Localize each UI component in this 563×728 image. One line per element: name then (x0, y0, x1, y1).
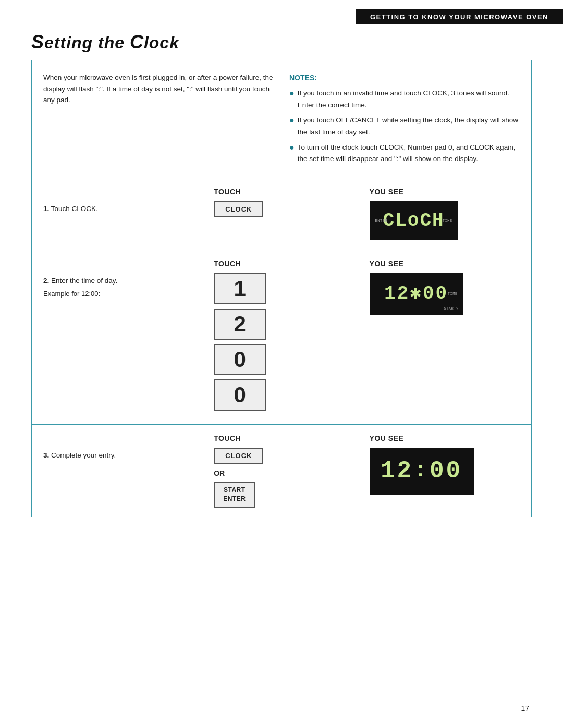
step-3-display: 12:00 (370, 448, 474, 495)
header-banner: Getting to Know Your Microwave Oven (356, 9, 563, 24)
step-2-left: 2. Enter the time of day. Example for 12… (43, 260, 209, 299)
title-clock-initial: C (130, 31, 144, 53)
number-button-2[interactable]: 2 (214, 309, 266, 340)
bullet-icon-2: ● (289, 115, 295, 126)
step-3-touch-header: TOUCH (214, 434, 241, 442)
step-3-middle: TOUCH CLOCK OR START ENTER (214, 434, 364, 508)
page-number: 17 (521, 704, 529, 712)
notes-label: NOTES: (289, 72, 520, 84)
note-item-3: ● To turn off the clock touch CLOCK, Num… (289, 142, 520, 166)
step-2-row: 2. Enter the time of day. Example for 12… (32, 250, 531, 425)
bullet-icon-1: ● (289, 88, 295, 99)
intro-text: When your microwave oven is first plugge… (43, 72, 274, 106)
display-final-time: 12:00 (381, 459, 462, 483)
step-3-yousee-header: YOU SEE (370, 434, 404, 442)
title-clock-rest: lock (144, 33, 179, 52)
step-2-desc: Enter the time of day. (51, 277, 117, 285)
step-2-yousee-header: YOU SEE (370, 260, 404, 268)
display-start-label: START? (444, 306, 458, 311)
step-2-display: TIME START? 12✱00 (370, 273, 463, 315)
step-2-sub: Example for 12:00: (43, 289, 209, 300)
step-3-right: YOU SEE 12:00 (370, 434, 520, 495)
intro-left: When your microwave oven is first plugge… (43, 72, 274, 168)
step-1-number: 1. (43, 205, 49, 213)
title-initial: S (31, 31, 44, 53)
start-label: START (224, 486, 246, 493)
display-time-label-2: TIME (448, 292, 458, 296)
step-1-yousee-header: YOU SEE (370, 188, 404, 196)
display-time-entry: 12✱00 (384, 285, 448, 303)
step-3-left: 3. Complete your entry. (43, 434, 209, 461)
note-text-2: If you touch OFF/CANCEL while setting th… (298, 115, 520, 139)
step-3-desc: Complete your entry. (51, 451, 116, 459)
step-2-touch-header: TOUCH (214, 260, 241, 268)
note-item-2: ● If you touch OFF/CANCEL while setting … (289, 115, 520, 139)
intro-section: When your microwave oven is first plugge… (32, 60, 531, 178)
step-1-touch-header: TOUCH (214, 188, 241, 196)
display-time-label-1: TIME (443, 219, 452, 223)
step-2-middle: TOUCH 1 2 0 0 (214, 260, 364, 415)
page-title: Setting the Clock (31, 31, 179, 53)
intro-right: NOTES: ● If you touch in an invalid time… (289, 72, 520, 168)
number-button-4[interactable]: 0 (214, 379, 266, 411)
main-content-box: When your microwave oven is first plugge… (31, 60, 532, 517)
note-item-1: ● If you touch in an invalid time and to… (289, 88, 520, 112)
step-3-number: 3. (43, 451, 49, 459)
clock-button-2[interactable]: CLOCK (214, 448, 263, 464)
step-2-right: YOU SEE TIME START? 12✱00 (370, 260, 520, 315)
enter-label: ENTER (223, 495, 246, 502)
step-1-display: ENTER TIME CLoCH (370, 201, 458, 240)
number-button-3[interactable]: 0 (214, 344, 266, 375)
step-1-right: YOU SEE ENTER TIME CLoCH (370, 188, 520, 240)
note-text-3: To turn off the clock touch CLOCK, Numbe… (298, 142, 520, 166)
display-clock-text: CLoCH (383, 212, 445, 230)
bullet-icon-3: ● (289, 142, 295, 153)
note-text-1: If you touch in an invalid time and touc… (298, 88, 520, 112)
display-enter-label: ENTER (375, 219, 388, 223)
step-2-number: 2. (43, 277, 49, 285)
step-1-middle: TOUCH CLOCK (214, 188, 364, 217)
step-1-desc: Touch CLOCK. (51, 205, 98, 213)
step-3-row: 3. Complete your entry. TOUCH CLOCK OR S… (32, 425, 531, 517)
title-rest: etting the (44, 33, 130, 52)
number-button-1[interactable]: 1 (214, 273, 266, 304)
or-label: OR (214, 469, 225, 477)
step-1-left: 1. Touch CLOCK. (43, 188, 209, 215)
start-enter-button[interactable]: START ENTER (214, 482, 255, 508)
clock-button-1[interactable]: CLOCK (214, 201, 263, 217)
step-1-row: 1. Touch CLOCK. TOUCH CLOCK YOU SEE ENTE… (32, 178, 531, 250)
